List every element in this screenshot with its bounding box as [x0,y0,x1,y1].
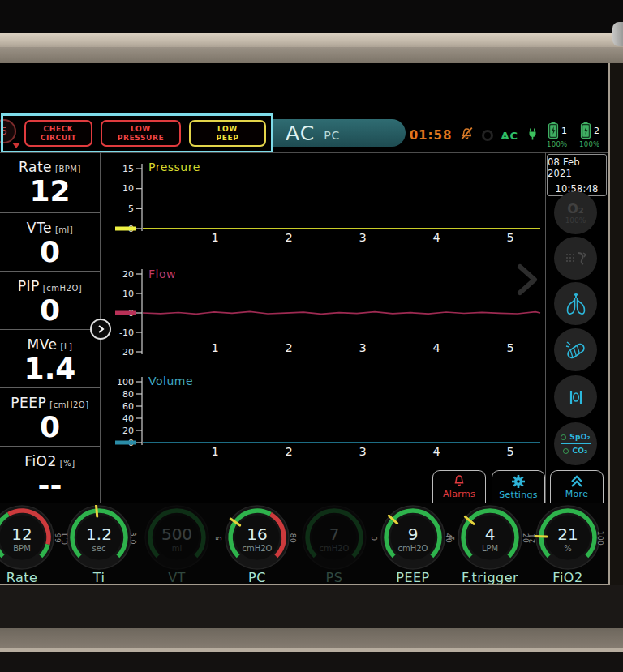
svg-text:Pressure: Pressure [148,161,200,173]
knob-vt: 500mlVT [138,505,216,584]
svg-text:500: 500 [161,524,192,544]
svg-text:3: 3 [359,341,366,354]
monitored-value-rate: Rate[BPM]12 [0,152,100,213]
svg-text:2: 2 [285,231,292,244]
svg-text:10: 10 [122,183,134,194]
chevron-right-icon [513,263,542,297]
power-source-label: AC [501,130,518,142]
knob-dial: 21% [529,505,607,570]
spo2-row: SpO₂ [561,433,591,441]
chart-volume: Volume10080604020012345 [112,371,542,464]
lung-recruitment-button[interactable] [554,282,597,325]
monitored-number: 1.4 [0,353,100,385]
o2-100-button[interactable]: O₂ 100% [554,191,597,234]
battery-1-indicator: 1 100% [547,122,572,149]
co2-row: CO₂ [563,447,587,455]
battery-icon [548,122,559,139]
knob-label: VT [138,570,216,585]
co2-dot-icon [563,448,569,454]
monitored-label: FiO2[%] [0,453,100,469]
svg-text:ml: ml [172,544,183,553]
svg-text:4: 4 [432,445,440,458]
monitored-number: 0 [0,294,100,327]
tab-alarms[interactable]: Alarms [432,470,486,503]
ventilation-mode-pill[interactable]: AC PC [273,119,406,147]
spo2-co2-button[interactable]: SpO₂ CO₂ [554,422,597,465]
gas-divider [561,443,591,444]
nebulizer-icon [562,246,590,271]
co2-label: CO₂ [572,447,587,455]
spo2-label: SpO₂ [569,433,591,441]
svg-text:2: 2 [285,445,292,458]
knob-label: Rate [0,570,61,585]
tab-more[interactable]: More [550,470,604,503]
chart-canvas: Pressure15105012345 [112,157,542,250]
knob-label: PEEP [374,570,452,585]
svg-text:1.2: 1.2 [86,524,112,544]
svg-text:10: 10 [122,289,134,299]
knob-label: FiO2 [529,570,607,585]
knob-label: F.trigger [451,570,529,585]
knob-min-label: 21 [528,533,536,543]
ventilator-screen: 5 CHECK CIRCUIT LOW PRESSURE LOW PEEP AC… [0,63,610,585]
countdown-time: 01:58 [410,128,453,143]
svg-text:5: 5 [506,445,513,458]
svg-text:-10: -10 [119,327,134,338]
setting-knob-bar: 12BPM99Rate1.2sec0.13.0Ti500mlVT16cmH2O5… [0,503,608,584]
alarm-muted-icon[interactable] [459,126,475,144]
monitored-values-panel: Rate[BPM]12VTe[ml]0PIP[cmH2O]0MVe[L]1.4P… [0,152,100,503]
svg-text:BPM: BPM [13,544,31,553]
svg-text:4: 4 [485,524,496,544]
knob-label: PS [295,570,373,585]
alarm-button-low-pressure[interactable]: LOW PRESSURE [101,120,181,147]
svg-text:40: 40 [122,413,134,424]
monitored-label: VTe[ml] [0,220,100,236]
monitored-unit: [ml] [55,225,73,234]
alarm-button-low-peep[interactable]: LOW PEEP [189,120,266,147]
bezel-strip-light [0,33,623,47]
tab-settings[interactable]: Settings [492,470,545,503]
knob-pc[interactable]: 16cmH2O580PC [218,505,296,584]
battery-number: 2 [594,126,599,136]
monitored-unit: [cmH2O] [49,400,88,409]
aerosol-button[interactable] [554,328,597,371]
knob-fio2[interactable]: 21%21100FiO2 [529,505,607,584]
svg-text:16: 16 [247,524,267,544]
alarm-button-check-circuit[interactable]: CHECK CIRCUIT [24,120,92,147]
monitored-unit: [%] [60,459,75,468]
knob-rate[interactable]: 12BPM99Rate [0,505,61,584]
knob-dial: 7cmH2O [295,505,373,570]
knob-dial: 12BPM [0,505,61,570]
tab-label: More [565,489,588,499]
bezel-bottom-dark [0,652,623,672]
svg-text:4: 4 [432,231,440,244]
status-bar: 01:58 AC [410,122,604,149]
knob-ti[interactable]: 1.2sec0.13.0Ti [60,505,138,584]
knob-peep[interactable]: 9cmH2O040PEEP [374,505,452,584]
lungs-icon [562,291,590,317]
monitored-unit: [cmH2O] [43,284,82,293]
o2-icon: O₂ [567,201,584,216]
right-panel-divider [545,152,546,503]
knob-min-label: 0.1 [61,532,69,545]
monitored-number: -- [0,469,100,502]
nebulizer-button-disabled[interactable] [554,237,597,280]
bezel-bottom-strip [0,628,623,652]
knob-dial: 9cmH2O [374,505,452,570]
svg-text:5: 5 [506,231,513,244]
side-hardware-knob[interactable] [612,22,623,46]
battery-2-indicator: 2 100% [579,122,604,149]
knob-dial: 4LPM [451,505,529,570]
svg-text:9: 9 [408,524,419,544]
svg-text:cmH2O: cmH2O [243,544,273,553]
svg-text:1: 1 [211,231,218,244]
cuff-pressure-button[interactable] [554,375,597,418]
o2-percent-label: 100% [565,216,586,225]
monitored-label: PIP[cmH2O] [0,278,100,294]
knob-f-trigger[interactable]: 4LPM120F.trigger [451,505,529,584]
mode-primary-label: AC [286,122,315,145]
charts-next-page-button[interactable] [513,263,542,297]
sidebar-expand-button[interactable] [90,319,111,340]
chevron-right-icon [96,324,105,334]
mode-secondary-label: PC [324,129,340,142]
